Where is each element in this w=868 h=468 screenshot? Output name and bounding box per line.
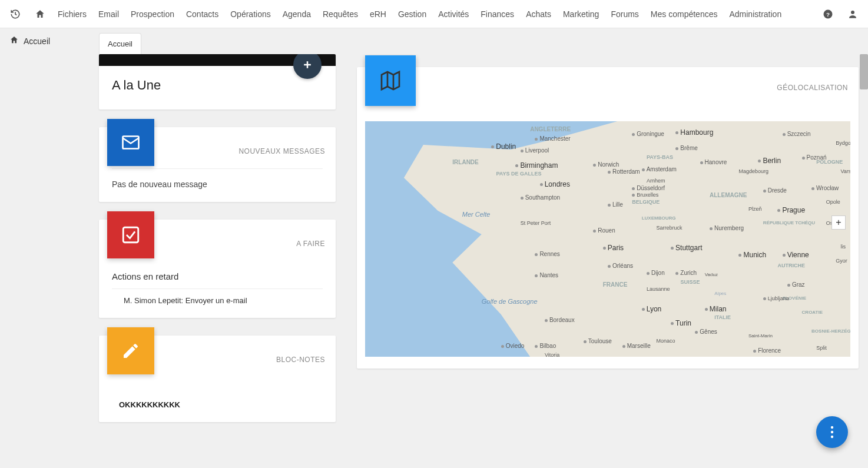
svg-rect-6	[123, 227, 138, 243]
city-munich: Munich	[738, 251, 766, 259]
map-zoom-in[interactable]: +	[831, 215, 846, 230]
svg-point-10	[831, 426, 833, 429]
city-wroclaw: Wrocław	[811, 185, 839, 191]
country-france: FRANCE	[603, 281, 628, 288]
nav-forums[interactable]: Forums	[611, 9, 638, 19]
city-groningue: Groningue	[632, 131, 664, 137]
scrollbar-thumb[interactable]	[860, 54, 868, 89]
city-rotterdam: Rotterdam	[608, 168, 640, 175]
city-poznan: Poznań	[802, 154, 827, 161]
nav-marketing[interactable]: Marketing	[563, 9, 599, 19]
city-hanovre: Hanovre	[700, 159, 727, 165]
city-graz: Graz	[787, 281, 805, 288]
country-croatie: CROATIE	[802, 310, 823, 315]
city-marseille: Marseille	[622, 343, 651, 349]
widget-geolocation: GÉOLOCALISATION Mer Celte Golfe de Gasco…	[357, 67, 859, 369]
widget-todo: A FAIRE Actions en retard M. Simon Lepet…	[99, 220, 336, 318]
todo-label: A FAIRE	[296, 240, 325, 248]
city-prague: Prague	[777, 206, 805, 214]
user-icon[interactable]	[846, 7, 860, 21]
country-angleterre: ANGLETERRE	[530, 126, 571, 132]
home-icon[interactable]	[33, 7, 47, 21]
nav-requetes[interactable]: Requêtes	[323, 9, 358, 19]
country-italie: ITALIE	[714, 314, 731, 320]
svg-text:?: ?	[826, 11, 830, 17]
plus-icon	[302, 59, 313, 71]
messages-empty-text: Pas de nouveau message	[112, 180, 323, 189]
nav-operations[interactable]: Opérations	[230, 9, 270, 19]
country-tcheque: RÉPUBLIQUE TCHÉQU	[763, 220, 815, 225]
headline-banner	[99, 54, 336, 66]
city-manchester: Manchester	[535, 135, 570, 142]
city-nuremberg: Nuremberg	[710, 225, 744, 231]
city-paris: Paris	[603, 244, 624, 252]
nav-erh[interactable]: eRH	[370, 9, 386, 19]
city-lille: Lille	[608, 201, 623, 208]
todo-item[interactable]: M. Simon Lepetit: Envoyer un e-mail	[112, 296, 323, 305]
city-lausanne: Lausanne	[647, 286, 670, 292]
nav-gestion[interactable]: Gestion	[398, 9, 426, 19]
page-fab[interactable]	[816, 416, 848, 448]
city-dublin: Dublin	[491, 142, 516, 151]
city-liverpool: Liverpool	[521, 147, 549, 154]
messages-label: NOUVEAUX MESSAGES	[238, 147, 325, 155]
nav-agenda[interactable]: Agenda	[283, 9, 311, 19]
country-paysbas: PAYS-BAS	[647, 154, 673, 160]
headline-title: A la Une	[112, 78, 323, 93]
tab-accueil[interactable]: Accueil	[99, 33, 141, 54]
nav-contacts[interactable]: Contacts	[186, 9, 218, 19]
nav-competences[interactable]: Mes compétences	[651, 9, 718, 19]
notes-label: BLOC-NOTES	[276, 356, 325, 364]
city-berlin: Berlin	[758, 157, 781, 165]
city-sarrebruck: Sarrebruck	[656, 225, 682, 231]
city-arnhem: Arnhem	[647, 178, 665, 184]
city-milan: Milan	[705, 305, 727, 313]
envelope-icon	[120, 132, 141, 153]
nav-finances[interactable]: Finances	[481, 9, 514, 19]
sea-celtic: Mer Celte	[462, 211, 491, 218]
city-florence: Florence	[753, 347, 781, 354]
city-birmingham: Birmingham	[515, 161, 558, 170]
nav-prospection[interactable]: Prospection	[131, 9, 174, 19]
label-lis: lis	[841, 244, 846, 250]
city-rouen: Rouen	[593, 227, 615, 234]
checkbox-icon	[121, 225, 141, 245]
city-bordeaux: Bordeaux	[545, 317, 575, 323]
map-canvas[interactable]: Mer Celte Golfe de Gascogne ANGLETERRE I…	[365, 121, 850, 357]
help-icon[interactable]: ?	[821, 7, 835, 21]
city-vaduz: Vaduz	[705, 272, 718, 277]
city-genes: Gênes	[695, 328, 717, 335]
svg-point-12	[831, 436, 833, 438]
country-irlande: IRLANDE	[452, 159, 478, 165]
pencil-icon	[121, 341, 140, 360]
city-turin: Turin	[671, 319, 691, 327]
nav-achats[interactable]: Achats	[526, 9, 551, 19]
nav-administration[interactable]: Administration	[729, 9, 781, 19]
country-allemagne: ALLEMAGNE	[710, 192, 747, 198]
city-plzen: Plzeň	[748, 206, 762, 212]
topnav-right: ?	[821, 7, 860, 21]
history-icon[interactable]	[8, 7, 22, 21]
city-stuttgart: Stuttgart	[671, 244, 702, 252]
nav-activites[interactable]: Activités	[438, 9, 469, 19]
city-szczecin: Szczecin	[783, 131, 811, 137]
country-belgique: BELGIQUE	[632, 199, 660, 205]
content-area: A la Une NOUVEAUX MESSAGES Pas de nouvea…	[0, 54, 868, 468]
nav-fichiers[interactable]: Fichiers	[58, 9, 87, 19]
city-rennes: Rennes	[535, 251, 559, 257]
more-vertical-icon	[830, 426, 834, 439]
city-oviedo: Oviedo	[501, 343, 525, 349]
city-dijon: Dijon	[647, 270, 665, 276]
svg-marker-7	[382, 72, 399, 89]
map-icon	[379, 69, 402, 92]
city-toulouse: Toulouse	[584, 338, 612, 344]
notes-icon-box	[107, 327, 154, 374]
city-ljubljana: Ljubljana	[763, 296, 789, 301]
city-dusseldorf: Düsseldorf	[632, 185, 665, 191]
city-vitoria: Vitoria	[545, 352, 559, 357]
city-lyon: Lyon	[642, 305, 662, 313]
nav-email[interactable]: Email	[98, 9, 119, 19]
city-opole: Opole	[826, 199, 840, 205]
messages-icon-box	[107, 119, 154, 166]
geolocation-label: GÉOLOCALISATION	[777, 84, 848, 92]
